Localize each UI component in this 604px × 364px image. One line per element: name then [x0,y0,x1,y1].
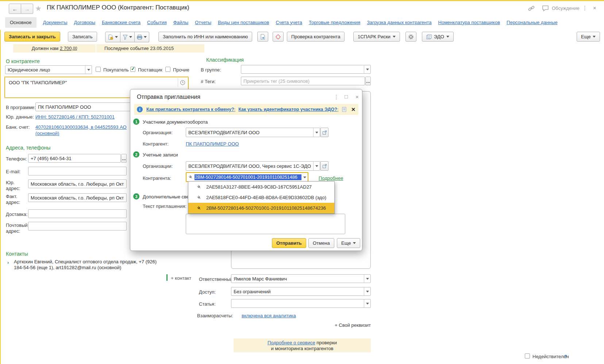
access-label: Доступ: [199,289,216,295]
other-checkbox[interactable] [165,67,170,72]
responsible-select[interactable]: Ямилов Марс Фаниевич [231,274,371,283]
step1-title: Участники документооборота [143,119,208,125]
send-button[interactable]: Отправить [272,238,306,248]
account-option[interactable]: 2AE581A3127-8BEE-4493-9C8D-167C5951AD27 [188,182,334,192]
account-option[interactable]: 2AE5818FCE0-44FD-4E4B-8D8A-E4E9D33602DB … [188,192,334,203]
tab-torgovye-predlozheniya[interactable]: Торговые предложения [309,20,360,25]
debt-kopecks[interactable]: 00 [73,46,77,50]
print-icon[interactable] [135,32,149,42]
tags-more-button[interactable]: ... [365,77,371,85]
invalid-help-icon[interactable]: ? [564,354,567,359]
tab-sobytiya[interactable]: События [147,20,167,25]
more-button[interactable]: Еще [577,32,600,42]
discussion-label[interactable]: Обсуждение [552,5,580,11]
chevron-down-icon[interactable] [85,66,92,74]
filter-funnel-icon[interactable] [120,32,135,42]
invitation-textarea[interactable] [186,214,345,234]
link-icon[interactable] [528,5,535,12]
tab-scheta-ucheta[interactable]: Счета учета [276,20,302,25]
window-close-icon[interactable]: × [593,5,596,11]
add-contact-button[interactable]: + контакт [171,275,191,281]
tab-nomenklatura[interactable]: Номенклатура поставщиков [438,20,500,25]
counterparty-link[interactable]: ПК ПАКПОЛИМЕР ООО [186,141,239,147]
settlements-link[interactable]: включена вся аналитика [242,313,296,318]
account-option-selected[interactable]: 2BM-5027280146-502701001-201910110825148… [188,203,334,213]
tab-vidy-cen[interactable]: Виды цен поставщиков [218,20,269,25]
tab-bankovskie-scheta[interactable]: Банковские счета [102,20,141,25]
counterparty-account-combo[interactable]: 2BM-5027280146-502701001-201910110825148… [186,172,308,182]
discussion-bubble-icon[interactable] [542,5,549,12]
settlements-label: Взаиморасчеты: [197,313,233,318]
tab-personalnye-dannye[interactable]: Персональные данные [507,20,558,25]
bank-account-link[interactable]: 40702810601300033634, в 044525593 АО " [35,124,127,130]
hint-separator: ; [234,107,236,112]
back-arrow-button[interactable]: ← [9,4,21,14]
save-and-close-button[interactable]: Записать и закрыть [4,32,60,42]
bank-account-main-link[interactable]: (основной) [35,131,59,136]
invalid-checkbox[interactable] [525,353,530,359]
edo-button[interactable]: ЭДО [422,32,454,42]
save-button[interactable]: Записать [68,32,97,42]
service-details-link[interactable]: Подробнее о сервисе [268,340,315,345]
tab-otchety[interactable]: Отчеты [195,20,211,25]
access-select[interactable]: Без ограничений [231,287,371,296]
how-to-invite-link[interactable]: Как пригласить контрагента к обмену? [146,107,234,112]
custom-attribute-button[interactable]: + Свой реквизит [261,322,371,328]
tab-fajly[interactable]: Файлы [173,20,188,25]
create-based-on-icon[interactable] [105,32,120,42]
chevron-down-icon[interactable] [313,128,320,137]
cancel-button[interactable]: Отмена [308,238,334,248]
fact-address-field[interactable]: Московская область, г.о. Люберцы, рп Окт… [28,193,127,202]
chevron-down-icon[interactable] [364,65,370,73]
check-contractor-button[interactable]: Проверка контрагента [287,32,345,42]
dialog-more-button[interactable]: Еще [337,238,360,248]
organizations-account-select[interactable]: ВСЕЭЛЕКТРОДВИГАТЕЛИ ООО, Через сервис 1С… [186,161,320,171]
favorite-star-icon[interactable]: ★ [35,4,42,13]
postal-address-field[interactable] [28,222,127,231]
supplier-checkbox[interactable] [130,67,135,72]
group-select[interactable] [241,65,371,74]
chevron-down-icon[interactable] [313,162,320,170]
tab-zagruzka-dannyh[interactable]: Загрузка данных контрагента [367,20,431,25]
chevron-down-icon[interactable] [364,275,370,283]
hint-doc-icon[interactable] [342,107,347,112]
phone-more-button[interactable]: ... [121,154,127,163]
organization-open-icon[interactable] [320,128,328,137]
settings-gear-icon[interactable] [405,32,416,42]
tab-dogovory[interactable]: Договоры [74,20,95,25]
debt-amount-link[interactable]: 2 700, [60,46,73,51]
buyer-checkbox[interactable] [96,67,101,72]
forward-arrow-button[interactable]: → [21,4,33,14]
details-link[interactable]: Подробнее [319,175,343,181]
hint-close-icon[interactable]: ✕ [351,107,355,112]
tab-dokumenty[interactable]: Документы [43,20,68,25]
chevron-down-icon[interactable] [301,173,308,181]
expand-chevron-icon[interactable]: › [7,260,9,265]
tab-osnovnoe[interactable]: Основное [5,17,36,28]
dialog-close-icon[interactable]: × [355,94,359,100]
organizations-account-open-icon[interactable] [320,161,328,171]
tags-field[interactable]: Прикрепить тег (25 символов) [241,77,365,85]
contact-list-item[interactable]: Артюхин Евгений, Специалист оптового отд… [14,259,157,271]
inn-kpp-link[interactable]: ИНН: 5027280146 / КПП: 502701001 [35,114,115,120]
entity-type-select[interactable]: Юридическое лицо [5,65,92,74]
chevron-down-icon[interactable] [364,287,370,295]
delivery-field[interactable] [28,209,127,218]
window-menu-kebab-icon[interactable]: ⋮ [582,5,588,11]
article-select[interactable] [231,299,371,308]
organization-select[interactable]: ВСЕЭЛЕКТРОДВИГАТЕЛИ ООО [186,128,320,137]
legal-address-field[interactable]: Московская область, г.о. Люберцы, рп Окт… [28,179,127,188]
spark-risks-icon[interactable] [273,32,284,42]
dialog-menu-kebab-icon[interactable]: ⋮ [334,94,339,100]
dialog-maximize-icon[interactable]: □ [345,93,348,100]
how-to-find-id-link[interactable]: Как узнать идентификатор участника ЭДО? [238,107,337,112]
step1-number-badge: 1 [133,119,139,125]
fill-by-inn-button[interactable]: Заполнить по ИНН или наименованию [158,32,252,42]
chevron-down-icon[interactable] [364,299,370,307]
phone-field[interactable]: +7 (495) 640-54-31 [28,154,121,163]
load-contractor-data-icon[interactable] [257,32,268,42]
history-clock-icon[interactable] [178,78,187,87]
last-event-label: Последнее событие 23.05.2015 [104,46,174,51]
spark-risks-dropdown-button[interactable]: 1СПАРК Риски [353,32,400,42]
email-field[interactable] [28,167,127,175]
